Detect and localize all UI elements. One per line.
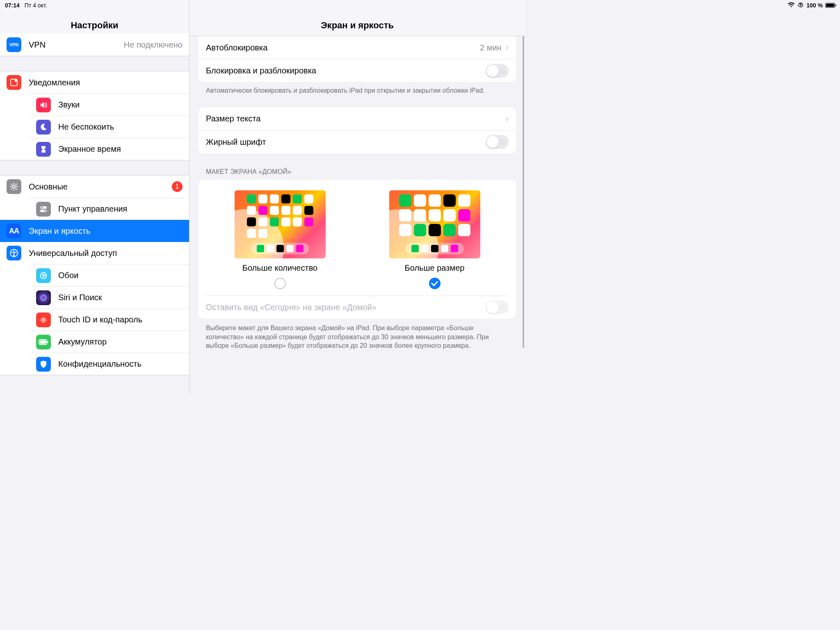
svg-point-5 [41, 207, 43, 208]
svg-point-9 [13, 250, 14, 251]
sidebar-item-accessibility[interactable]: Универсальный доступ [0, 242, 189, 264]
status-bar: 07:14 Пт 4 окт. 100 % [0, 0, 525, 11]
general-icon [7, 179, 21, 194]
status-time: 07:14 [5, 2, 20, 9]
svg-point-13 [42, 296, 46, 299]
layout-option-bigger[interactable]: Больше размер [389, 190, 480, 289]
toggle-lock-unlock[interactable] [486, 64, 509, 78]
scroll-indicator[interactable] [523, 36, 524, 348]
layout-option-more[interactable]: Больше количество [235, 190, 326, 289]
home-layout-header: МАКЕТ ЭКРАНА «ДОМОЙ» [206, 168, 509, 176]
status-date: Пт 4 окт. [25, 2, 47, 9]
sidebar-item-sounds[interactable]: Звуки [30, 94, 189, 116]
sidebar-title: Настройки [71, 20, 118, 31]
cell-label: Автоблокировка [206, 43, 480, 52]
sidebar-item-vpn[interactable]: VPN VPN Не подключено [0, 34, 189, 56]
dnd-icon [36, 120, 51, 135]
sidebar-item-notifications[interactable]: Уведомления [0, 71, 189, 94]
settings-sidebar: Настройки VPN VPN Не подключено Уведомле… [0, 0, 189, 394]
sidebar-item-label: Экранное время [58, 144, 183, 154]
cell-lock-unlock[interactable]: Блокировка и разблокировка [199, 59, 516, 82]
sidebar-item-general[interactable]: Основные 1 [0, 176, 189, 198]
cell-autolock[interactable]: Автоблокировка 2 мин › [199, 36, 516, 59]
svg-point-7 [44, 210, 46, 212]
cell-label: Жирный шрифт [206, 137, 486, 147]
svg-rect-15 [40, 340, 46, 344]
sidebar-item-privacy[interactable]: Конфиденциальность [30, 353, 189, 375]
svg-point-3 [13, 185, 15, 188]
chevron-right-icon: › [506, 114, 509, 124]
sidebar-item-label: Звуки [58, 100, 183, 110]
radio-more[interactable] [274, 278, 286, 289]
siri-icon [36, 290, 51, 305]
sidebar-item-label: Siri и Поиск [58, 293, 183, 302]
badge: 1 [172, 181, 183, 192]
sidebar-item-label: VPN [29, 40, 124, 50]
detail-pane: Экран и яркость Автоблокировка 2 мин › Б… [189, 0, 525, 394]
cell-value: 2 мин [480, 43, 502, 52]
sidebar-item-screentime[interactable]: Экранное время [30, 138, 189, 160]
layout-preview-bigger [389, 190, 480, 258]
sidebar-item-siri[interactable]: Siri и Поиск [30, 286, 189, 308]
toggle-bold-text[interactable] [486, 135, 509, 149]
chevron-right-icon: › [506, 42, 509, 53]
sidebar-item-control[interactable]: Пункт управления [30, 198, 189, 220]
screentime-icon [36, 142, 51, 157]
sidebar-item-label: Не беспокоить [58, 122, 183, 132]
layout-option-label: Больше количество [242, 263, 317, 273]
display-icon: AA [7, 224, 21, 238]
detail-title: Экран и яркость [321, 20, 394, 31]
layout-option-label: Больше размер [405, 263, 465, 273]
cell-label: Блокировка и разблокировка [206, 66, 486, 75]
cell-keep-today: Оставить вид «Сегодня» на экране «Домой» [199, 296, 516, 319]
sidebar-item-battery[interactable]: Аккумулятор [30, 331, 189, 353]
cell-text-size[interactable]: Размер текста › [199, 107, 516, 130]
layout-preview-more [235, 190, 326, 258]
sidebar-item-wallpaper[interactable]: Обои [30, 264, 189, 286]
accessibility-icon [7, 246, 21, 260]
radio-bigger[interactable] [429, 278, 441, 289]
sounds-icon [36, 98, 51, 112]
wallpaper-icon [36, 268, 51, 283]
svg-rect-16 [47, 341, 48, 343]
sidebar-item-label: Пункт управления [58, 204, 183, 214]
sidebar-item-display[interactable]: AA Экран и яркость [0, 220, 189, 242]
control-icon [36, 202, 51, 217]
sidebar-item-value: Не подключено [124, 40, 183, 50]
home-layout-options: Больше количество Больше разме [199, 180, 516, 296]
sidebar-item-label: Конфиденциальность [58, 359, 183, 369]
sidebar-item-dnd[interactable]: Не беспокоить [30, 116, 189, 138]
notifications-icon [7, 75, 21, 90]
home-layout-footer: Выберите макет для Вашего экрана «Домой»… [206, 324, 509, 350]
sidebar-item-label: Основные [29, 182, 172, 192]
battery-setting-icon [36, 335, 51, 349]
sidebar-item-label: Универсальный доступ [29, 249, 183, 258]
cell-label: Оставить вид «Сегодня» на экране «Домой» [206, 303, 486, 312]
lock-unlock-footer: Автоматически блокировать и разблокирова… [206, 86, 509, 95]
sidebar-item-touchid[interactable]: Touch ID и код-пароль [30, 308, 189, 331]
vpn-icon: VPN [7, 37, 21, 52]
sidebar-item-label: Экран и яркость [29, 226, 183, 236]
sidebar-item-label: Touch ID и код-пароль [58, 315, 183, 324]
svg-point-2 [15, 79, 18, 82]
touchid-icon [36, 313, 51, 327]
sidebar-item-label: Уведомления [29, 78, 183, 87]
privacy-icon [36, 357, 51, 372]
toggle-keep-today [486, 300, 509, 314]
sidebar-item-label: Обои [58, 271, 183, 280]
sidebar-item-label: Аккумулятор [58, 337, 183, 347]
cell-label: Размер текста [206, 114, 506, 123]
cell-bold-text[interactable]: Жирный шрифт [199, 130, 516, 153]
